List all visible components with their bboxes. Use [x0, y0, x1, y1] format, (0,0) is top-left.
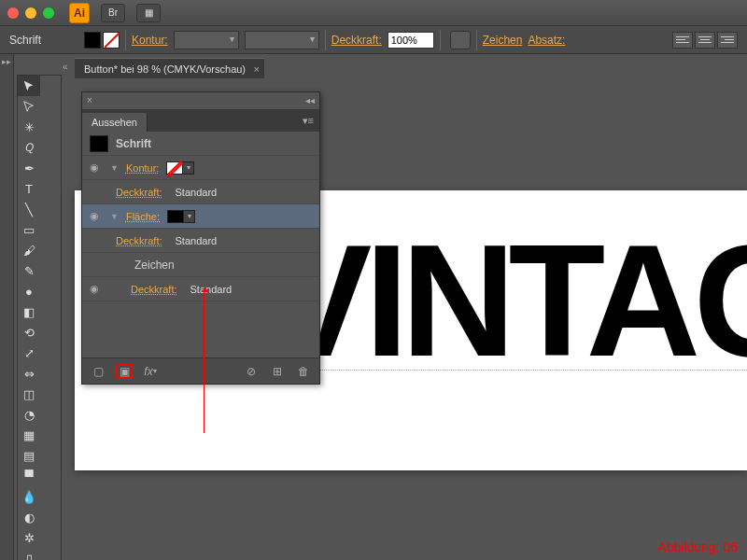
pen-tool[interactable]: ✒ [18, 158, 40, 178]
fill-row[interactable]: ◉ ▼ Fläche: ▾ [82, 204, 319, 229]
close-window-button[interactable] [7, 7, 19, 19]
appearance-tab[interactable]: Aussehen [82, 113, 148, 132]
chip-dropdown-icon[interactable]: ▾ [184, 210, 195, 223]
width-tool[interactable]: ⇔ [18, 363, 40, 384]
shape-builder-tool[interactable]: ◔ [18, 404, 40, 425]
panel-header[interactable]: × ◂◂ [82, 92, 319, 109]
stroke-weight-dropdown[interactable] [174, 31, 239, 49]
app-icon-illustrator: Ai [69, 3, 90, 23]
scale-tool[interactable]: ⤢ [18, 343, 40, 363]
paragraph-panel-link[interactable]: Absatz: [528, 34, 565, 47]
collapse-panel-icon[interactable]: ◂◂ [305, 95, 315, 105]
add-effect-button[interactable]: fx▾ [142, 364, 159, 379]
panel-empty-area [82, 301, 319, 357]
fill-opacity-row[interactable]: Deckkraft: Standard [82, 229, 319, 253]
visibility-eye-icon[interactable]: ◉ [90, 210, 103, 222]
rotate-tool[interactable]: ⟲ [18, 322, 40, 343]
brush-dropdown[interactable] [245, 31, 319, 49]
opacity-label-link[interactable]: Deckkraft: [331, 34, 382, 47]
symbol-sprayer-tool[interactable]: ✲ [18, 527, 40, 548]
chip-dropdown-icon[interactable]: ▾ [183, 161, 194, 175]
bridge-button[interactable]: Br [101, 4, 125, 22]
blend-tool[interactable]: ◐ [18, 507, 40, 527]
pencil-tool[interactable]: ✎ [18, 260, 40, 281]
annotation-arrowhead: ▲ [201, 284, 210, 294]
lasso-tool[interactable]: 𝘘 [18, 137, 40, 158]
align-center-button[interactable] [695, 32, 715, 49]
stroke-link[interactable]: Kontur: [126, 162, 159, 174]
type-tool[interactable]: T [18, 178, 40, 199]
blob-brush-tool[interactable]: ● [18, 281, 40, 301]
stroke-color-chip[interactable]: ▾ [166, 161, 194, 175]
clear-appearance-button[interactable]: ⊘ [243, 364, 260, 379]
characters-label: Zeichen [134, 259, 175, 272]
annotation-line [204, 288, 204, 433]
fill-color-chip[interactable]: ▾ [167, 210, 195, 223]
duplicate-item-button[interactable]: ⊞ [269, 364, 286, 379]
align-right-button[interactable] [717, 32, 738, 49]
stroke-swatch[interactable] [103, 32, 120, 49]
fill-link[interactable]: Fläche: [126, 211, 160, 222]
delete-item-button[interactable]: 🗑 [295, 364, 312, 379]
fill-swatch[interactable] [84, 32, 101, 49]
target-thumbnail [90, 135, 108, 152]
arrange-documents-button[interactable]: ▦ [136, 4, 161, 22]
tab-scroll-icon[interactable]: « [63, 62, 68, 72]
stroke-row[interactable]: ◉ ▼ Kontur: ▾ [82, 156, 319, 180]
opacity-input[interactable] [388, 32, 434, 49]
paragraph-align-group [672, 32, 738, 49]
expand-dock-icon[interactable]: ▸▸ [0, 54, 13, 66]
panel-footer: ▢ ▣ fx▾ ⊘ ⊞ 🗑 [82, 357, 319, 384]
opacity-link[interactable]: Deckkraft: [131, 284, 177, 295]
new-stroke-button[interactable]: ▢ [90, 364, 106, 379]
zoom-window-button[interactable] [43, 7, 54, 19]
free-transform-tool[interactable]: ◫ [18, 384, 40, 404]
gradient-tool[interactable]: ▀ [18, 466, 40, 486]
characters-row[interactable]: Zeichen [82, 253, 319, 277]
document-tab[interactable]: Button* bei 98 % (CMYK/Vorschau) × [75, 58, 264, 78]
fill-stroke-swatches[interactable] [84, 32, 120, 49]
selection-tool[interactable] [18, 76, 40, 96]
disclosure-triangle-icon[interactable]: ▼ [110, 212, 119, 221]
close-panel-icon[interactable]: × [87, 95, 92, 105]
magic-wand-tool[interactable]: ✳ [18, 117, 40, 137]
opacity-link[interactable]: Deckkraft: [116, 235, 162, 246]
opacity-link[interactable]: Deckkraft: [116, 187, 162, 198]
mesh-tool[interactable]: ▤ [18, 445, 40, 466]
window-controls [7, 7, 54, 19]
separator [325, 30, 326, 50]
separator [476, 30, 477, 50]
disclosure-triangle-icon[interactable]: ▼ [110, 163, 119, 173]
panel-menu-icon[interactable]: ▾≡ [303, 115, 314, 127]
line-tool[interactable]: ╲ [18, 199, 40, 219]
stroke-label-link[interactable]: Kontur: [132, 34, 168, 47]
perspective-grid-tool[interactable]: ▦ [18, 425, 40, 445]
separator [440, 30, 441, 50]
artwork-text[interactable]: VINTAGE [266, 209, 747, 392]
align-left-button[interactable] [672, 32, 693, 49]
visibility-eye-icon[interactable]: ◉ [90, 283, 103, 295]
character-panel-link[interactable]: Zeichen [483, 34, 523, 47]
direct-selection-tool[interactable] [18, 96, 40, 117]
appearance-target-row[interactable]: Schrift [82, 132, 319, 156]
close-tab-icon[interactable]: × [254, 63, 260, 75]
target-label: Schrift [116, 137, 151, 150]
rectangle-tool[interactable]: ▭ [18, 219, 40, 240]
eraser-tool[interactable]: ◧ [18, 301, 40, 322]
panel-dock-strip[interactable]: ▸▸ [0, 54, 14, 560]
new-fill-button[interactable]: ▣ [116, 364, 133, 379]
minimize-window-button[interactable] [25, 7, 36, 19]
tools-panel: ✳ 𝘘 ✒ T ╲ ▭ 🖌 ✎ ● ◧ ⟲ ⤢ ⇔ ◫ ◔ ▦ ▤ ▀ 💧 ◐ … [17, 75, 62, 560]
visibility-eye-icon[interactable]: ◉ [90, 161, 103, 174]
recolor-artwork-button[interactable] [450, 31, 471, 49]
paintbrush-tool[interactable]: 🖌 [18, 240, 40, 260]
document-tab-label: Button* bei 98 % (CMYK/Vorschau) [84, 63, 246, 75]
opacity-value: Standard [176, 187, 218, 198]
text-baseline-indicator [266, 370, 747, 371]
eyedropper-tool[interactable]: 💧 [18, 486, 40, 507]
stroke-opacity-row[interactable]: Deckkraft: Standard [82, 180, 319, 204]
separator [125, 30, 126, 50]
opacity-value: Standard [176, 235, 218, 246]
column-graph-tool[interactable]: ▯ [18, 548, 40, 560]
context-label: Schrift [9, 34, 41, 47]
